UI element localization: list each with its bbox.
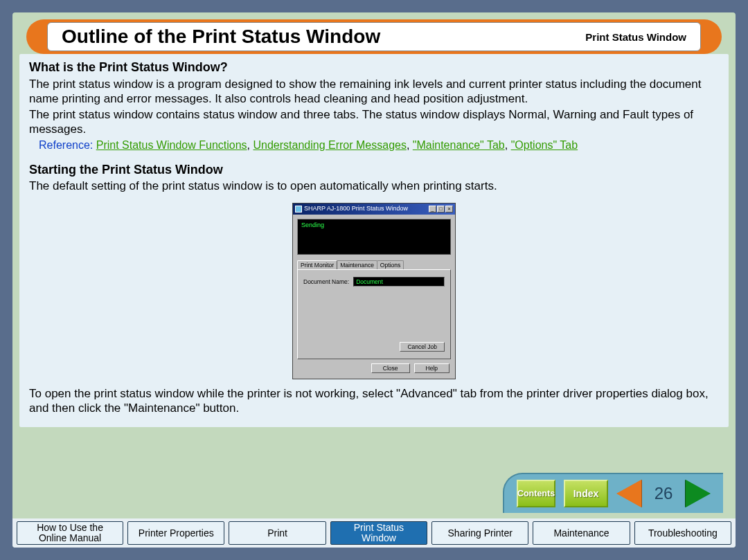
- tab-print-monitor[interactable]: Print Monitor: [297, 260, 337, 270]
- bottom-tabs: How to Use the Online Manual Printer Pro…: [12, 518, 736, 548]
- btab-line2: Online Manual: [39, 533, 101, 543]
- tab-options[interactable]: Options: [377, 260, 404, 270]
- heading-what-is: What is the Print Status Window?: [29, 60, 719, 75]
- nav-row: Contents Index 26: [503, 473, 723, 513]
- window-tabs: Print Monitor Maintenance Options: [297, 260, 451, 270]
- maximize-icon[interactable]: □: [437, 206, 445, 213]
- para-intro-1: The print status window is a program des…: [29, 77, 719, 107]
- close-icon[interactable]: ×: [445, 206, 453, 213]
- screenshot-wrap: SHARP AJ-1800 Print Status Window _ □ × …: [29, 203, 719, 379]
- heading-starting: Starting the Print Status Window: [29, 162, 719, 178]
- btab-maintenance[interactable]: Maintenance: [533, 521, 630, 545]
- document-name-label: Document Name:: [303, 278, 349, 286]
- reference-line: Reference: Print Status Window Functions…: [29, 138, 719, 152]
- window-controls: _ □ ×: [429, 206, 453, 213]
- para-intro-2: The print status window contains status …: [29, 107, 719, 137]
- page-frame: Outline of the Print Status Window Print…: [0, 0, 748, 560]
- contents-button[interactable]: Contents: [517, 480, 555, 507]
- minimize-icon[interactable]: _: [429, 206, 436, 213]
- btab-line1: Print: [267, 528, 287, 539]
- status-display: Sending: [297, 219, 451, 255]
- window-title-text: SHARP AJ-1800 Print Status Window: [304, 205, 429, 213]
- btab-printer-properties[interactable]: Printer Properties: [127, 521, 224, 545]
- btab-print[interactable]: Print: [229, 521, 326, 545]
- window-titlebar: SHARP AJ-1800 Print Status Window _ □ ×: [293, 204, 455, 214]
- print-status-window: SHARP AJ-1800 Print Status Window _ □ × …: [292, 203, 456, 379]
- btab-line2: Window: [362, 533, 396, 543]
- content-panel: Outline of the Print Status Window Print…: [12, 12, 736, 548]
- section-label: Print Status Window: [585, 31, 686, 43]
- para-starting-2: To open the print status window while th…: [29, 386, 719, 416]
- title-bar-inner: Outline of the Print Status Window Print…: [47, 22, 701, 51]
- ref-link-functions[interactable]: Print Status Window Functions: [96, 139, 247, 151]
- status-text: Sending: [301, 222, 324, 228]
- prev-page-arrow-icon[interactable]: [616, 480, 641, 507]
- title-bar-wrap: Outline of the Print Status Window Print…: [12, 12, 736, 54]
- btab-line1: Print Status: [354, 523, 404, 533]
- btab-troubleshooting[interactable]: Troubleshooting: [634, 521, 731, 545]
- reference-label: Reference:: [39, 139, 93, 151]
- help-button[interactable]: Help: [414, 363, 449, 373]
- ref-sep: ,: [505, 139, 511, 151]
- document-name-field: Document: [353, 277, 445, 287]
- btab-line1: Printer Properties: [139, 528, 214, 539]
- window-bottom-buttons: Close Help: [293, 359, 455, 379]
- btab-line1: Troubleshooting: [648, 528, 718, 539]
- ref-link-options[interactable]: "Options" Tab: [511, 139, 578, 151]
- title-bar: Outline of the Print Status Window Print…: [26, 19, 722, 54]
- document-name-row: Document Name: Document: [303, 277, 445, 287]
- cancel-job-button[interactable]: Cancel Job: [400, 342, 445, 352]
- window-app-icon: [295, 206, 302, 213]
- btab-line1: Sharing Printer: [448, 528, 513, 539]
- para-starting-1: The default setting of the print status …: [29, 179, 719, 193]
- btab-print-status-window[interactable]: Print Status Window: [330, 521, 427, 545]
- btab-how-to-use[interactable]: How to Use the Online Manual: [17, 521, 123, 545]
- index-button[interactable]: Index: [564, 480, 608, 507]
- btab-sharing-printer[interactable]: Sharing Printer: [431, 521, 528, 545]
- tab-panel: Document Name: Document Cancel Job: [297, 269, 451, 359]
- content-area: What is the Print Status Window? The pri…: [19, 54, 729, 427]
- ref-link-maintenance[interactable]: "Maintenance" Tab: [413, 139, 505, 151]
- btab-line1: How to Use the: [37, 523, 103, 533]
- tab-maintenance[interactable]: Maintenance: [337, 260, 377, 270]
- cancel-row: Cancel Job: [303, 342, 445, 352]
- ref-sep: ,: [407, 139, 413, 151]
- ref-link-errors[interactable]: Understanding Error Messages: [253, 139, 406, 151]
- close-button[interactable]: Close: [371, 363, 410, 373]
- page-title: Outline of the Print Status Window: [62, 26, 585, 48]
- page-number: 26: [650, 484, 677, 503]
- next-page-arrow-icon[interactable]: [686, 480, 711, 507]
- btab-line1: Maintenance: [553, 528, 609, 539]
